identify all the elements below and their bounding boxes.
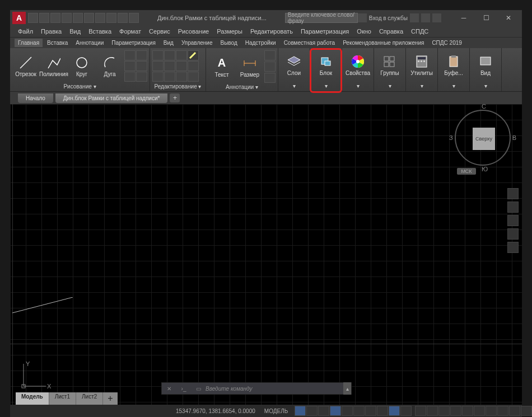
view-cube[interactable]: Сверху С Ю В З МСК (455, 110, 511, 171)
panel-layers-expand[interactable]: ▾ (279, 81, 309, 90)
draw-small-1-icon[interactable] (124, 50, 136, 60)
status-lineweight-icon[interactable] (415, 406, 426, 416)
menu-tools[interactable]: Сервис (146, 27, 174, 36)
cart-icon[interactable] (421, 13, 430, 22)
tool-arc[interactable]: Дуга (96, 52, 123, 80)
close-button[interactable]: ✕ (497, 10, 520, 26)
menu-help[interactable]: Справка (376, 27, 407, 36)
edit-mirror-icon[interactable] (164, 61, 175, 71)
command-line[interactable]: ✕ ›_ ▭ Введите команду ▴ (161, 382, 352, 395)
draw-small-6-icon[interactable] (136, 72, 147, 82)
qat-save-icon[interactable] (50, 13, 60, 23)
menu-format[interactable]: Формат (116, 27, 144, 36)
draw-small-4-icon[interactable] (136, 61, 147, 71)
status-3dosnap-icon[interactable] (389, 406, 400, 416)
layout-tab-model[interactable]: Модель (16, 392, 49, 405)
tool-groups[interactable]: Группы (376, 51, 403, 79)
panel-groups-expand[interactable]: ▾ (375, 81, 404, 90)
help-icon[interactable] (432, 13, 441, 22)
menu-parametric[interactable]: Параметризация (297, 27, 352, 36)
doc-tab-add[interactable]: + (170, 93, 180, 102)
status-quickprops-icon[interactable] (509, 406, 520, 416)
status-infer-icon[interactable] (318, 406, 329, 416)
ribbon-tab-view[interactable]: Вид (160, 39, 177, 47)
doc-tab-current[interactable]: Дин.блок Рамки с таблицей надписи* (55, 93, 168, 103)
annot-leader-icon[interactable] (264, 62, 276, 72)
qat-saveas-icon[interactable] (62, 13, 72, 23)
tool-dimension[interactable]: Размер (236, 53, 263, 81)
status-lock-icon[interactable] (521, 406, 532, 416)
nav-pan-icon[interactable] (507, 202, 519, 213)
annot-table-icon[interactable] (264, 50, 276, 60)
ribbon-tab-output[interactable]: Вывод (217, 39, 241, 47)
ribbon-tab-insert[interactable]: Вставка (44, 39, 71, 47)
status-snap-icon[interactable] (306, 406, 318, 416)
panel-block-expand[interactable]: ▾ (311, 81, 340, 90)
menu-draw[interactable]: Рисование (175, 27, 212, 36)
tool-clipboard[interactable]: Буфе... (440, 51, 467, 79)
status-osnap-icon[interactable] (377, 406, 388, 416)
panel-properties-expand[interactable]: ▾ (343, 81, 372, 90)
minimize-button[interactable]: ─ (452, 10, 475, 26)
panel-view-expand[interactable]: ▾ (471, 81, 500, 90)
menu-window[interactable]: Окно (353, 27, 375, 36)
edit-trim-icon[interactable] (176, 50, 187, 60)
tool-layers[interactable]: Слои (281, 51, 307, 79)
viewcube-wcs-label[interactable]: МСК (457, 168, 476, 175)
viewcube-south[interactable]: Ю (482, 166, 488, 172)
menu-modify[interactable]: Редактировать (247, 27, 296, 36)
ribbon-tab-annotate[interactable]: Аннотации (72, 39, 107, 47)
qat-plot-icon[interactable] (73, 13, 83, 23)
draw-small-2-icon[interactable] (136, 50, 147, 60)
edit-scale-icon[interactable] (164, 72, 175, 82)
status-annomonitor-icon[interactable] (486, 406, 497, 416)
menu-view[interactable]: Вид (66, 27, 84, 36)
ribbon-tab-collab[interactable]: Совместная работа (281, 39, 339, 47)
status-units-icon[interactable] (497, 406, 508, 416)
annot-cloud-icon[interactable] (264, 73, 276, 83)
ribbon-tab-home[interactable]: Главная (15, 39, 43, 47)
qat-print-icon[interactable] (118, 13, 128, 23)
panel-draw-title[interactable]: Рисование ▾ (11, 83, 148, 90)
tool-line[interactable]: Отрезок (12, 52, 39, 80)
menu-spds[interactable]: СПДС (408, 27, 432, 36)
cmd-expand-icon[interactable]: ▴ (343, 382, 351, 395)
qat-undo-icon[interactable] (84, 13, 94, 23)
panel-utils-expand[interactable]: ▾ (407, 81, 436, 90)
nav-zoom-icon[interactable] (507, 215, 519, 226)
panel-annot-title[interactable]: Аннотации ▾ (207, 84, 277, 90)
status-iso-icon[interactable] (365, 406, 376, 416)
tool-circle[interactable]: Круг (68, 52, 95, 80)
status-annovisibility-icon[interactable] (462, 406, 473, 416)
draw-small-5-icon[interactable] (124, 72, 136, 82)
qat-redo-icon[interactable] (95, 13, 105, 23)
menu-edit[interactable]: Правка (38, 27, 65, 36)
viewcube-ring[interactable]: Сверху С Ю В З (455, 110, 511, 166)
nav-wheel-icon[interactable] (507, 188, 519, 199)
viewcube-east[interactable]: В (512, 134, 516, 141)
tool-polyline[interactable]: Полилиния (40, 52, 67, 80)
edit-array-icon[interactable] (176, 72, 187, 82)
qat-open-icon[interactable] (39, 13, 49, 23)
tool-utilities[interactable]: Утилиты (408, 51, 435, 79)
viewcube-west[interactable]: З (449, 134, 453, 141)
edit-fillet-icon[interactable] (176, 61, 187, 71)
edit-rotate-icon[interactable] (164, 50, 175, 60)
signin-label[interactable]: Вход в службы (369, 15, 408, 21)
app-icon[interactable]: A (12, 12, 26, 24)
status-dyninput-icon[interactable] (330, 406, 341, 416)
edit-copy-icon[interactable] (152, 61, 164, 71)
edit-erase-icon[interactable] (188, 50, 199, 60)
draw-small-3-icon[interactable] (124, 61, 136, 71)
layout-tab-sheet1[interactable]: Лист1 (49, 392, 76, 405)
edit-stretch-icon[interactable] (152, 72, 164, 82)
status-ortho-icon[interactable] (342, 406, 353, 416)
ribbon-tab-manage[interactable]: Управление (178, 39, 216, 47)
viewcube-top-face[interactable]: Сверху (473, 128, 495, 150)
ribbon-tab-addins[interactable]: Надстройки (242, 39, 279, 47)
ribbon-tab-spds[interactable]: СПДС 2019 (428, 39, 465, 47)
user-icon[interactable] (358, 13, 367, 22)
qat-dropdown-icon[interactable] (129, 13, 139, 23)
tool-view[interactable]: Вид (472, 51, 499, 79)
cmd-recent-icon[interactable]: ▭ (193, 383, 204, 393)
